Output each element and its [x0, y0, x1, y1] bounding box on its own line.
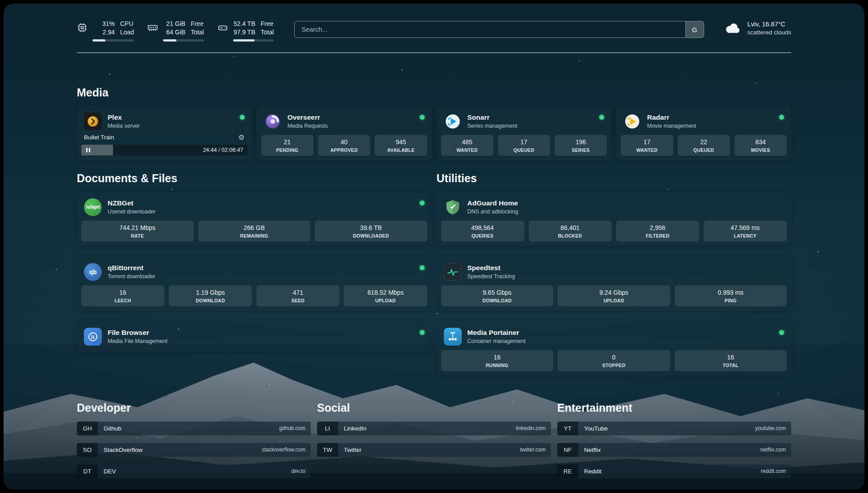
memory-monitor: 21 GiB 64 GiB Free Total: [147, 20, 204, 42]
bookmark-group-developer: Developer GH Github github.com SO StackO…: [77, 401, 311, 486]
service-card-nzbget[interactable]: nzbget NZBGet Usenet downloader 744.21 M…: [77, 192, 432, 246]
search-provider-button[interactable]: G: [685, 21, 704, 38]
plex-icon: [84, 113, 102, 130]
documents-column: Documents & Files nzbget NZBGet Usenet d…: [77, 172, 432, 376]
bookmark-url: stackoverflow.com: [262, 443, 311, 457]
weather-location: Lviv, 16.87°C: [747, 21, 791, 28]
bookmark-netflix[interactable]: NF Netflix netflix.com: [557, 443, 791, 457]
bookmark-abbr: GH: [77, 422, 98, 435]
stat-total: 16 TOTAL: [675, 350, 787, 371]
stat-series: 196 SERIES: [555, 135, 607, 156]
bookmark-name: Netflix: [578, 443, 760, 457]
stat-download: 1.19 Gbps DOWNLOAD: [169, 285, 252, 306]
service-card-filebrowser[interactable]: File Browser Media File Management: [77, 322, 432, 352]
service-title: Radarr: [647, 113, 773, 121]
status-dot: [420, 201, 425, 205]
settings-gear-icon[interactable]: ⚙: [238, 134, 244, 141]
service-title: Overseerr: [288, 113, 414, 121]
portainer-icon: [444, 328, 462, 346]
stat-filtered: 2,956 FILTERED: [616, 221, 699, 242]
service-card-plex[interactable]: Plex Media server Bullet Train ⚙ 24:44 /…: [77, 106, 252, 160]
bookmark-abbr: TW: [317, 443, 338, 457]
bookmark-dev[interactable]: DT DEV dev.to: [77, 464, 311, 478]
bookmark-abbr: LI: [317, 422, 338, 435]
pause-button[interactable]: [85, 147, 91, 153]
service-card-adguard[interactable]: AdGuard Home DNS and adblocking 498,564 …: [437, 192, 792, 246]
bookmark-abbr: RE: [557, 464, 578, 478]
search-bar: G: [294, 21, 704, 38]
service-title: AdGuard Home: [467, 199, 785, 207]
stat-upload: 9.24 Gbps UPLOAD: [558, 285, 670, 306]
section-heading-media: Media: [77, 86, 791, 99]
service-subtitle: Series management: [467, 123, 594, 129]
bookmark-github[interactable]: GH Github github.com: [77, 422, 311, 435]
utilities-column: Utilities: [437, 172, 792, 376]
disk-labels: Free Total: [261, 20, 274, 37]
stat-remaining: 266 GB REMAINING: [198, 221, 311, 242]
service-card-qbittorrent[interactable]: qb qBittorrent Torrent downloader 16 LEE…: [77, 257, 432, 311]
service-title: NZBGet: [108, 199, 414, 207]
bookmark-group-social: Social LI LinkedIn linkedin.com TW Twitt…: [317, 401, 551, 486]
memory-progress-bar: [163, 39, 204, 42]
bookmark-reddit[interactable]: RE Reddit reddit.com: [557, 464, 791, 478]
cpu-monitor: 31% 2.94 CPU Load: [77, 20, 134, 42]
bookmark-name: StackOverflow: [98, 443, 262, 457]
bookmark-twitter[interactable]: TW Twitter twitter.com: [317, 443, 551, 457]
stat-pending: 21 PENDING: [261, 135, 313, 156]
now-playing-title: Bullet Train: [84, 134, 234, 141]
bookmark-url: reddit.com: [761, 464, 791, 478]
stat-wanted: 17 WANTED: [621, 135, 673, 156]
section-heading-documents: Documents & Files: [77, 172, 432, 185]
service-card-speedtest[interactable]: Speedtest Speedtest Tracking 9.65 Gbps D…: [437, 257, 792, 311]
stat-ping: 0.993 ms PING: [675, 285, 787, 306]
bookmark-name: LinkedIn: [338, 422, 516, 435]
bookmark-youtube[interactable]: YT YouTube youtube.com: [557, 422, 791, 435]
stat-queries: 498,564 QUERIES: [441, 221, 524, 242]
stat-blocked: 86,401 BLOCKED: [529, 221, 612, 242]
service-title: Plex: [108, 113, 234, 121]
service-title: qBittorrent: [108, 264, 414, 272]
dashboard-screen: 31% 2.94 CPU Load: [4, 4, 864, 489]
cpu-labels: CPU Load: [120, 20, 134, 37]
bookmark-url: youtube.com: [755, 422, 791, 435]
service-card-overseerr[interactable]: Overseerr Media Requests 21 PENDING 40 A…: [257, 106, 432, 160]
search-input[interactable]: [295, 21, 685, 38]
bookmark-abbr: NF: [557, 443, 578, 457]
bookmark-stackoverflow[interactable]: SO StackOverflow stackoverflow.com: [77, 443, 311, 457]
bookmark-name: Github: [98, 422, 279, 435]
service-subtitle: Torrent downloader: [108, 273, 414, 280]
service-subtitle: Media Requests: [288, 123, 414, 129]
service-subtitle: Speedtest Tracking: [467, 273, 785, 280]
service-subtitle: Media File Management: [108, 338, 414, 344]
bookmark-url: github.com: [279, 422, 311, 435]
service-subtitle: Movie management: [647, 123, 773, 129]
stat-latency: 47.569 ms LATENCY: [704, 221, 787, 242]
service-card-portainer[interactable]: Media Portainer Container management 16 …: [437, 322, 792, 376]
stat-download: 9.65 Gbps DOWNLOAD: [441, 285, 554, 306]
memory-icon: [147, 22, 158, 33]
section-heading-social: Social: [317, 401, 551, 414]
playback-time: 24:44 / 02:06:47: [203, 147, 243, 153]
stat-leech: 16 LEECH: [81, 285, 164, 306]
disk-values: 52.4 TB 97.9 TB: [233, 20, 255, 37]
status-dot: [779, 115, 784, 120]
stat-upload: 618.52 Mbps UPLOAD: [344, 285, 427, 306]
bookmark-name: Reddit: [578, 464, 761, 478]
bookmark-name: YouTube: [578, 422, 755, 435]
disk-progress-bar: [233, 39, 274, 42]
bookmark-abbr: DT: [77, 464, 98, 478]
service-subtitle: Container management: [467, 338, 774, 344]
bookmark-url: linkedin.com: [516, 422, 551, 435]
stat-movies: 834 MOVIES: [734, 135, 787, 156]
stat-downloaded: 39.6 TB DOWNLOADED: [315, 221, 427, 242]
filebrowser-icon: [84, 328, 102, 346]
stat-approved: 40 APPROVED: [318, 135, 370, 156]
bookmark-linkedin[interactable]: LI LinkedIn linkedin.com: [317, 422, 551, 435]
service-card-sonarr[interactable]: Sonarr Series management 485 WANTED 17 Q…: [437, 106, 612, 160]
stat-stopped: 0 STOPPED: [558, 350, 670, 371]
service-subtitle: Usenet downloader: [108, 209, 414, 215]
disk-monitor: 52.4 TB 97.9 TB Free Total: [217, 20, 274, 42]
stat-queued: 22 QUEUED: [678, 135, 730, 156]
service-card-radarr[interactable]: Radarr Movie management 17 WANTED 22 QUE…: [616, 106, 791, 160]
header-divider: [77, 52, 791, 53]
